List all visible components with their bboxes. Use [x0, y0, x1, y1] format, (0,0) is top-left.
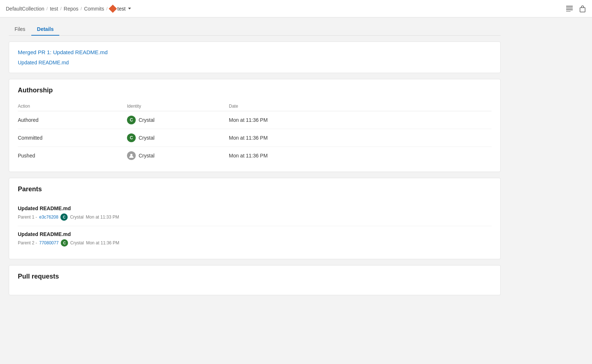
authorship-table: Action Identity Date AuthoredCCrystalMon… — [18, 101, 492, 164]
bag-icon[interactable] — [579, 5, 586, 12]
repo-diamond-icon — [108, 4, 117, 13]
auth-identity-0: CCrystal — [127, 111, 229, 129]
auth-name-1: Crystal — [139, 135, 155, 141]
list-icon[interactable] — [566, 5, 573, 12]
pull-requests-card: Pull requests — [9, 265, 501, 295]
parents-title: Parents — [18, 185, 492, 193]
breadcrumb-sep2: / — [60, 6, 61, 11]
auth-avatar-2 — [127, 151, 136, 160]
svg-rect-1 — [566, 8, 573, 8]
tab-bar: Files Details — [9, 23, 501, 36]
parent-title-0[interactable]: Updated README.md — [18, 205, 492, 211]
auth-identity-2: Crystal — [127, 147, 229, 165]
commit-title[interactable]: Merged PR 1: Updated README.md — [18, 49, 492, 55]
parent-meta-1: Parent 2 -77080077CCrystalMon at 11:36 P… — [18, 239, 492, 247]
breadcrumb-collection[interactable]: DefaultCollection — [6, 6, 44, 12]
auth-action-1: Committed — [18, 129, 127, 147]
parent-hash-0[interactable]: e3c76208 — [39, 215, 59, 220]
top-bar-icons — [566, 5, 586, 12]
tab-files[interactable]: Files — [9, 23, 31, 36]
auth-identity-1: CCrystal — [127, 129, 229, 147]
main-content: Files Details Merged PR 1: Updated READM… — [0, 17, 509, 307]
parent-label-1: Parent 2 - — [18, 240, 37, 245]
auth-action-0: Authored — [18, 111, 127, 129]
breadcrumb-sep1: / — [47, 6, 48, 11]
breadcrumb: DefaultCollection / test / Repos / Commi… — [6, 6, 131, 12]
authorship-row-0: AuthoredCCrystalMon at 11:36 PM — [18, 111, 492, 129]
svg-rect-3 — [566, 11, 571, 12]
parent-item-1: Updated README.mdParent 2 -77080077CCrys… — [18, 226, 492, 252]
svg-rect-2 — [566, 9, 573, 10]
breadcrumb-repo[interactable]: test — [110, 6, 131, 12]
auth-avatar-1: C — [127, 133, 136, 142]
svg-rect-0 — [566, 6, 573, 7]
tab-details[interactable]: Details — [31, 23, 60, 36]
parents-card: Parents Updated README.mdParent 1 -e3c76… — [9, 178, 501, 259]
commit-subtitle[interactable]: Updated README.md — [18, 60, 492, 65]
breadcrumb-sep4: / — [106, 6, 107, 11]
col-header-date: Date — [229, 101, 492, 111]
breadcrumb-repos[interactable]: Repos — [64, 6, 78, 12]
parent-item-0: Updated README.mdParent 1 -e3c76208CCrys… — [18, 200, 492, 226]
auth-date-0: Mon at 11:36 PM — [229, 111, 492, 129]
parent-identity-0: Crystal — [70, 215, 83, 220]
chevron-down-icon — [128, 8, 131, 9]
auth-date-1: Mon at 11:36 PM — [229, 129, 492, 147]
authorship-row-2: PushedCrystalMon at 11:36 PM — [18, 147, 492, 165]
col-header-identity: Identity — [127, 101, 229, 111]
auth-date-2: Mon at 11:36 PM — [229, 147, 492, 165]
top-bar: DefaultCollection / test / Repos / Commi… — [0, 0, 592, 17]
parent-title-1[interactable]: Updated README.md — [18, 231, 492, 237]
authorship-title: Authorship — [18, 87, 492, 94]
parent-date-1: Mon at 11:36 PM — [86, 240, 119, 245]
commit-message-card: Merged PR 1: Updated README.md Updated R… — [9, 41, 501, 73]
parent-identity-1: Crystal — [70, 240, 84, 245]
authorship-row-1: CommittedCCrystalMon at 11:36 PM — [18, 129, 492, 147]
parent-date-0: Mon at 11:33 PM — [86, 215, 119, 220]
auth-action-2: Pushed — [18, 147, 127, 165]
auth-avatar-0: C — [127, 116, 136, 124]
parent-label-0: Parent 1 - — [18, 215, 37, 220]
breadcrumb-project[interactable]: test — [50, 6, 58, 12]
parent-avatar-0: C — [60, 213, 68, 221]
breadcrumb-repo-name: test — [118, 6, 126, 12]
svg-rect-4 — [580, 8, 585, 12]
breadcrumb-commits: Commits — [84, 6, 104, 12]
authorship-card: Authorship Action Identity Date Authored… — [9, 79, 501, 172]
parent-avatar-1: C — [61, 239, 68, 247]
breadcrumb-sep3: / — [81, 6, 82, 11]
parent-meta-0: Parent 1 -e3c76208CCrystalMon at 11:33 P… — [18, 213, 492, 221]
auth-name-2: Crystal — [139, 153, 155, 159]
auth-name-0: Crystal — [139, 117, 155, 123]
pull-requests-title: Pull requests — [18, 273, 492, 280]
parent-hash-1[interactable]: 77080077 — [39, 240, 59, 245]
col-header-action: Action — [18, 101, 127, 111]
